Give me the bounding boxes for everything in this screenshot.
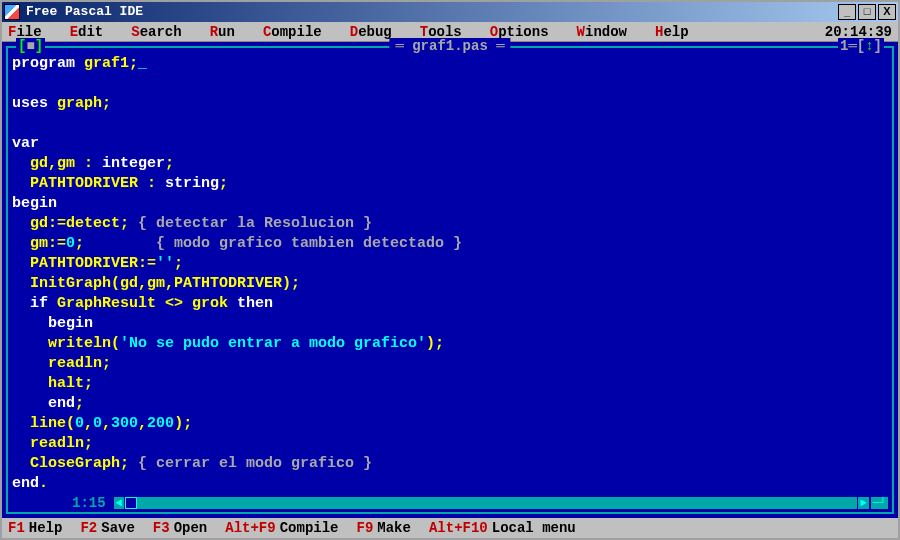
cursor-position: 1:15: [72, 495, 106, 511]
status-f3[interactable]: F3Open: [153, 520, 207, 536]
titlebar: Free Pascal IDE _ □ X: [2, 2, 898, 22]
app-icon: [4, 4, 20, 20]
menu-help[interactable]: Help: [655, 24, 689, 40]
status-f1[interactable]: F1Help: [8, 520, 62, 536]
menu-search[interactable]: Search: [131, 24, 181, 40]
menu-window[interactable]: Window: [577, 24, 627, 40]
window-title: Free Pascal IDE: [26, 4, 836, 19]
frame-close-widget[interactable]: [■]: [16, 38, 45, 54]
editor-window-number: 1═[↕]: [838, 38, 884, 54]
menu-edit[interactable]: Edit: [70, 24, 104, 40]
close-button[interactable]: X: [878, 4, 896, 20]
menu-run[interactable]: Run: [210, 24, 235, 40]
scroll-left-icon[interactable]: ◄: [114, 497, 125, 509]
scroll-right-icon[interactable]: ►: [858, 497, 869, 509]
editor-filename: ═ graf1.pas ═: [389, 38, 510, 54]
resize-handle-icon[interactable]: ─┘: [871, 497, 888, 509]
statusbar: F1Help F2Save F3Open Alt+F9Compile F9Mak…: [2, 518, 898, 538]
editor-frame: [■] ═ graf1.pas ═ 1═[↕] program graf1;_ …: [6, 46, 894, 514]
editor-area: [■] ═ graf1.pas ═ 1═[↕] program graf1;_ …: [2, 42, 898, 518]
code-editor[interactable]: program graf1;_ uses graph; var gd,gm : …: [8, 48, 892, 494]
maximize-button[interactable]: □: [858, 4, 876, 20]
status-altf9[interactable]: Alt+F9Compile: [225, 520, 338, 536]
minimize-button[interactable]: _: [838, 4, 856, 20]
status-altf10[interactable]: Alt+F10Local menu: [429, 520, 576, 536]
editor-status-row: 1:15 ◄ ► ─┘: [8, 494, 892, 512]
status-f2[interactable]: F2Save: [80, 520, 134, 536]
menu-compile[interactable]: Compile: [263, 24, 322, 40]
horizontal-scrollbar[interactable]: [125, 497, 857, 509]
status-f9[interactable]: F9Make: [357, 520, 411, 536]
app-window: Free Pascal IDE _ □ X File Edit Search R…: [0, 0, 900, 540]
menu-debug[interactable]: Debug: [350, 24, 392, 40]
